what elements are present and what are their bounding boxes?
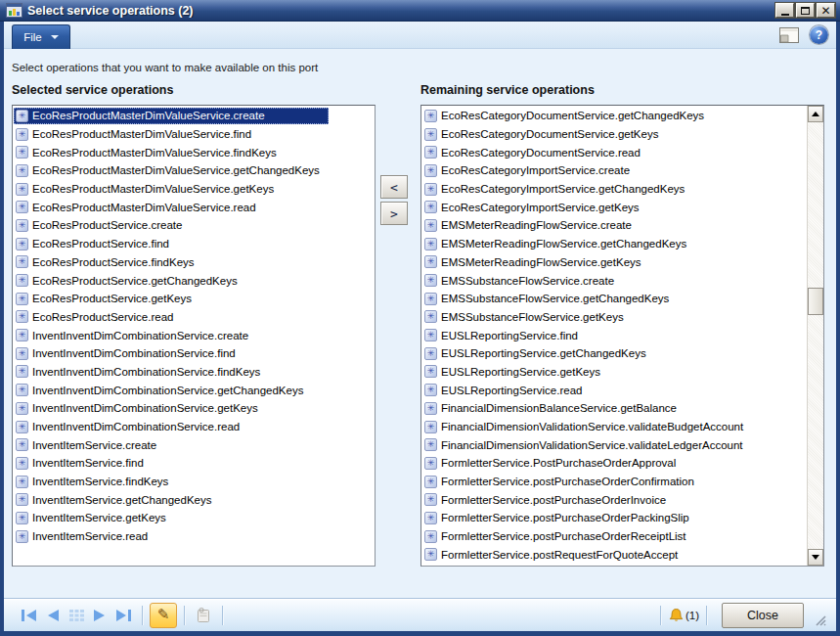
list-item-label: InventInventDimCombinationService.findKe…: [32, 366, 260, 378]
minimize-button[interactable]: [775, 3, 794, 18]
list-item[interactable]: ✳FinancialDimensionValidationService.val…: [422, 418, 807, 436]
list-item[interactable]: ✳EUSLReportingService.read: [422, 381, 807, 399]
edit-record-button[interactable]: ✎: [150, 603, 177, 628]
list-item[interactable]: ✳EcoResProductMasterDimValueService.find: [14, 125, 375, 144]
window-title: Select service operations (2): [27, 4, 775, 18]
list-item[interactable]: ✳InventInventDimCombinationService.getCh…: [14, 381, 375, 399]
selected-operations-list[interactable]: ✳EcoResProductMasterDimValueService.crea…: [12, 105, 376, 567]
list-item[interactable]: ✳EcoResProductService.getKeys: [14, 290, 375, 308]
list-item[interactable]: ✳EUSLReportingService.find: [422, 326, 807, 344]
app-icon[interactable]: [6, 3, 22, 18]
close-icon: ✕: [820, 5, 830, 17]
list-item[interactable]: ✳InventInventDimCombinationService.getKe…: [14, 399, 375, 418]
move-to-selected-button[interactable]: <: [380, 175, 408, 199]
service-operation-icon: ✳: [424, 365, 437, 378]
service-operation-icon: ✳: [424, 274, 437, 287]
list-item[interactable]: ✳EcoResProductService.findKeys: [14, 253, 375, 272]
list-item[interactable]: ✳FormletterService.postPurchaseOrderRece…: [422, 527, 807, 546]
list-item[interactable]: ✳InventInventDimCombinationService.creat…: [14, 326, 375, 344]
close-button[interactable]: Close: [722, 603, 804, 628]
list-item[interactable]: ✳EUSLReportingService.getKeys: [422, 363, 807, 382]
selected-operations-header: Selected service operations: [12, 83, 173, 97]
list-item[interactable]: ✳EMSSubstanceFlowService.getChangedKeys: [422, 290, 807, 308]
list-item[interactable]: ✳FormletterService.postRequestForQuoteAc…: [422, 546, 807, 565]
list-item[interactable]: ✳InventInventDimCombinationService.findK…: [14, 363, 375, 382]
list-item[interactable]: ✳EcoResProductService.getChangedKeys: [14, 271, 375, 290]
last-record-button[interactable]: [111, 605, 135, 626]
list-item[interactable]: ✳EUSLReportingService.getChangedKeys: [422, 344, 807, 363]
document-attachment-button[interactable]: [192, 605, 215, 626]
vertical-scrollbar[interactable]: [807, 106, 823, 566]
titlebar[interactable]: Select service operations (2) ✕: [0, 0, 840, 22]
list-item[interactable]: ✳InventInventDimCombinationService.find: [14, 344, 375, 363]
grid-view-button[interactable]: [65, 605, 88, 626]
list-item[interactable]: ✳EcoResCategoryDocumentService.read: [422, 143, 807, 161]
window-layout-button[interactable]: [778, 26, 800, 44]
list-item[interactable]: ✳EMSSubstanceFlowService.create: [422, 271, 807, 290]
list-item[interactable]: ✳InventItemService.getChangedKeys: [14, 490, 375, 509]
list-item[interactable]: ✳EMSSubstanceFlowService.getKeys: [422, 308, 807, 327]
service-operation-icon: ✳: [16, 128, 28, 141]
list-item[interactable]: ✳InventItemService.getKeys: [14, 509, 375, 527]
scroll-down-button[interactable]: [808, 549, 823, 566]
list-item[interactable]: ✳EcoResProductService.read: [14, 308, 375, 327]
list-item[interactable]: ✳EcoResProductService.create: [14, 216, 375, 235]
list-item[interactable]: ✳EMSMeterReadingFlowService.getChangedKe…: [422, 235, 807, 253]
move-to-remaining-button[interactable]: >: [380, 202, 408, 225]
service-operation-icon: ✳: [16, 201, 28, 213]
list-item-label: EUSLReportingService.getChangedKeys: [441, 347, 646, 359]
help-button[interactable]: ?: [810, 25, 828, 44]
list-item[interactable]: ✳FormletterService.postPurchaseOrderInvo…: [422, 490, 807, 509]
service-operation-icon: ✳: [424, 329, 437, 341]
list-item-label: EcoResProductService.getKeys: [32, 293, 192, 304]
service-operation-icon: ✳: [16, 329, 28, 341]
pencil-icon: ✎: [157, 608, 170, 622]
list-item[interactable]: ✳FormletterService.postPurchaseOrderPack…: [422, 509, 807, 527]
list-item-label: InventItemService.create: [32, 439, 156, 451]
file-menu[interactable]: File: [12, 24, 70, 49]
service-operation-icon: ✳: [16, 402, 28, 415]
list-item[interactable]: ✳EcoResProductMasterDimValueService.read: [14, 198, 375, 216]
list-item[interactable]: ✳InventItemService.read: [14, 527, 375, 546]
list-item[interactable]: ✳FinancialDimensionValidationService.val…: [422, 435, 807, 454]
list-item[interactable]: ✳EcoResProductMasterDimValueService.crea…: [14, 107, 375, 125]
list-item[interactable]: ✳InventItemService.create: [14, 435, 375, 454]
list-item[interactable]: ✳FormletterService.postPurchaseOrderConf…: [422, 473, 807, 491]
maximize-button[interactable]: [796, 3, 815, 18]
scroll-up-button[interactable]: [808, 106, 823, 122]
list-item[interactable]: ✳InventInventDimCombinationService.read: [14, 418, 375, 436]
list-item[interactable]: ✳InventItemService.find: [14, 454, 375, 473]
list-item[interactable]: ✳EcoResProductMasterDimValueService.getC…: [14, 161, 375, 180]
list-item[interactable]: ✳FinancialDimensionBalanceService.getBal…: [422, 399, 807, 418]
list-item[interactable]: ✳EcoResCategoryImportService.create: [422, 161, 807, 180]
close-window-button[interactable]: ✕: [817, 3, 835, 18]
list-item[interactable]: ✳EMSMeterReadingFlowService.create: [422, 216, 807, 235]
resize-grip[interactable]: [814, 613, 826, 626]
list-item[interactable]: ✳EcoResCategoryImportService.getChangedK…: [422, 180, 807, 199]
grid-icon: [68, 609, 85, 622]
list-item[interactable]: ✳EcoResProductMasterDimValueService.find…: [14, 143, 375, 161]
list-item-label: EcoResProductService.read: [32, 311, 173, 323]
list-item[interactable]: ✳InventItemService.findKeys: [14, 473, 375, 491]
list-item-label: EcoResProductMasterDimValueService.read: [32, 202, 256, 213]
list-item-label: InventItemService.getKeys: [32, 512, 166, 523]
list-item-label: FormletterService.postPurchaseOrderConfi…: [441, 476, 694, 487]
previous-record-button[interactable]: [41, 605, 65, 626]
list-item-label: FinancialDimensionValidationService.vali…: [441, 439, 743, 451]
scrollbar-thumb[interactable]: [808, 288, 823, 315]
list-item-label: EcoResProductMasterDimValueService.creat…: [32, 110, 265, 121]
list-item[interactable]: ✳EcoResCategoryDocumentService.getChange…: [422, 107, 807, 125]
list-item[interactable]: ✳EcoResProductService.find: [14, 235, 375, 253]
list-item[interactable]: ✳EcoResProductMasterDimValueService.getK…: [14, 180, 375, 199]
list-item[interactable]: ✳EMSMeterReadingFlowService.getKeys: [422, 253, 807, 272]
list-item[interactable]: ✳EcoResCategoryDocumentService.getKeys: [422, 125, 807, 144]
first-record-button[interactable]: [18, 605, 41, 626]
toolbar-separator: [142, 606, 143, 625]
list-item[interactable]: ✳FormletterService.PostPurchaseOrderAppr…: [422, 454, 807, 473]
notification-button[interactable]: (1): [668, 608, 699, 623]
list-item-label: EcoResProductService.create: [32, 219, 182, 231]
list-item[interactable]: ✳EcoResCategoryImportService.getKeys: [422, 198, 807, 216]
service-operation-icon: ✳: [16, 219, 28, 232]
remaining-operations-list[interactable]: ✳EcoResCategoryDocumentService.getChange…: [420, 105, 824, 567]
next-record-button[interactable]: [88, 605, 111, 626]
